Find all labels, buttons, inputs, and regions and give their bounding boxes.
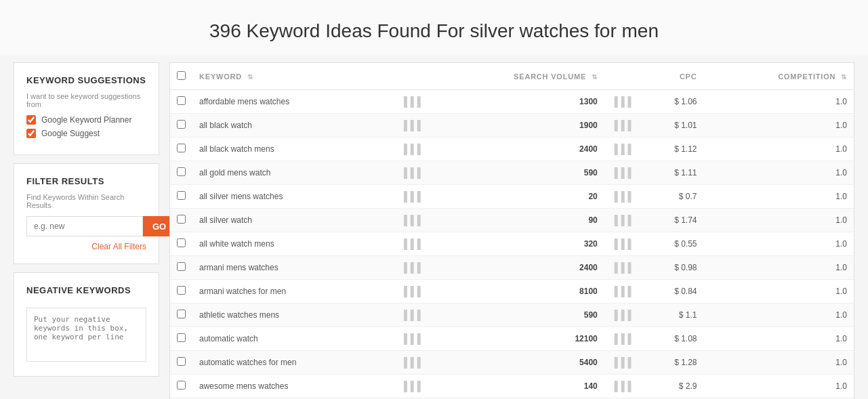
competition-cell: 1.0 — [704, 351, 854, 375]
volume-chart-cell: ▐▐▐ — [394, 185, 428, 209]
cpc-bar-icon: ▐▐▐ — [611, 238, 632, 249]
cpc-chart-cell: ▐▐▐ — [604, 114, 638, 138]
filter-input-row: GO — [26, 216, 146, 236]
table-row: all black watch mens ▐▐▐ 2400 ▐▐▐ $ 1.12… — [170, 138, 854, 161]
row-checkbox-cell — [170, 351, 192, 375]
competition-cell: 1.0 — [704, 185, 854, 209]
volume-bar-icon: ▐▐▐ — [400, 381, 421, 392]
google-suggest-checkbox[interactable] — [26, 129, 36, 138]
negative-keywords-section: NEGATIVE KEYWORDS — [14, 272, 159, 377]
cpc-cell: $ 1.1 — [638, 303, 704, 327]
keyword-sort-icon: ⇅ — [247, 73, 253, 81]
negative-keywords-textarea[interactable] — [26, 308, 146, 362]
cpc-bar-icon: ▐▐▐ — [611, 310, 632, 320]
row-checkbox-cell — [170, 256, 192, 280]
row-checkbox[interactable] — [177, 120, 186, 129]
competition-cell: 1.0 — [704, 209, 854, 232]
filter-input[interactable] — [26, 216, 143, 236]
row-checkbox[interactable] — [177, 381, 186, 390]
cpc-chart-cell: ▐▐▐ — [604, 209, 638, 232]
keyword-cell: automatic watch — [192, 327, 394, 351]
cpc-chart-cell: ▐▐▐ — [604, 280, 638, 303]
select-all-checkbox[interactable] — [177, 71, 186, 80]
volume-chart-cell: ▐▐▐ — [394, 138, 428, 161]
volume-chart-header-col — [394, 63, 428, 90]
row-checkbox[interactable] — [177, 238, 186, 247]
volume-chart-cell: ▐▐▐ — [394, 161, 428, 185]
volume-cell: 5400 — [428, 351, 604, 375]
row-checkbox[interactable] — [177, 333, 186, 342]
volume-bar-icon: ▐▐▐ — [400, 310, 421, 320]
search-volume-header[interactable]: SEARCH VOLUME ⇅ — [428, 63, 604, 90]
volume-cell: 140 — [428, 375, 604, 398]
row-checkbox[interactable] — [177, 191, 186, 200]
table-row: all black watch ▐▐▐ 1900 ▐▐▐ $ 1.01 1.0 — [170, 114, 854, 138]
volume-bar-icon: ▐▐▐ — [400, 215, 421, 226]
cpc-cell: $ 0.98 — [638, 256, 704, 280]
row-checkbox-cell — [170, 232, 192, 256]
row-checkbox[interactable] — [177, 286, 186, 295]
cpc-bar-icon: ▐▐▐ — [611, 144, 632, 154]
competition-cell: 1.0 — [704, 232, 854, 256]
row-checkbox-cell — [170, 90, 192, 114]
cpc-bar-icon: ▐▐▐ — [611, 286, 632, 297]
competition-cell: 1.0 — [704, 114, 854, 138]
google-planner-checkbox-label[interactable]: Google Keyword Planner — [26, 115, 146, 125]
volume-bar-icon: ▐▐▐ — [400, 167, 421, 178]
row-checkbox[interactable] — [177, 215, 186, 224]
volume-cell: 1300 — [428, 90, 604, 114]
volume-cell: 90 — [428, 209, 604, 232]
keyword-cell: armani mens watches — [192, 256, 394, 280]
table-header-row: KEYWORD ⇅ SEARCH VOLUME ⇅ CPC COMPETITIO… — [170, 63, 854, 90]
competition-cell: 1.0 — [704, 280, 854, 303]
clear-filters-link[interactable]: Clear All Filters — [26, 242, 146, 251]
table-row: all silver mens watches ▐▐▐ 20 ▐▐▐ $ 0.7… — [170, 185, 854, 209]
volume-chart-cell: ▐▐▐ — [394, 256, 428, 280]
cpc-chart-header-col — [604, 63, 638, 90]
competition-sort-icon: ⇅ — [841, 73, 847, 81]
volume-cell: 2400 — [428, 256, 604, 280]
google-suggest-checkbox-label[interactable]: Google Suggest — [26, 129, 146, 138]
table-row: automatic watch ▐▐▐ 12100 ▐▐▐ $ 1.08 1.0 — [170, 327, 854, 351]
table-row: armani watches for men ▐▐▐ 8100 ▐▐▐ $ 0.… — [170, 280, 854, 303]
keyword-cell: all white watch mens — [192, 232, 394, 256]
volume-chart-cell: ▐▐▐ — [394, 303, 428, 327]
keyword-cell: all silver mens watches — [192, 185, 394, 209]
row-checkbox[interactable] — [177, 144, 186, 152]
keyword-cell: athletic watches mens — [192, 303, 394, 327]
cpc-bar-icon: ▐▐▐ — [611, 191, 632, 202]
keyword-cell: awesome mens watches — [192, 375, 394, 398]
row-checkbox[interactable] — [177, 357, 186, 366]
cpc-cell: $ 1.01 — [638, 114, 704, 138]
keyword-header[interactable]: KEYWORD ⇅ — [192, 63, 394, 90]
suggestions-desc: I want to see keyword suggestions from — [26, 92, 146, 108]
main-container: KEYWORD SUGGESTIONS I want to see keywor… — [0, 56, 868, 399]
keyword-cell: automatic watches for men — [192, 351, 394, 375]
google-planner-label: Google Keyword Planner — [41, 115, 131, 125]
cpc-chart-cell: ▐▐▐ — [604, 161, 638, 185]
table-row: armani mens watches ▐▐▐ 2400 ▐▐▐ $ 0.98 … — [170, 256, 854, 280]
google-planner-checkbox[interactable] — [26, 115, 36, 125]
cpc-chart-cell: ▐▐▐ — [604, 256, 638, 280]
cpc-bar-icon: ▐▐▐ — [611, 120, 632, 131]
competition-header[interactable]: COMPETITION ⇅ — [704, 63, 854, 90]
row-checkbox[interactable] — [177, 262, 186, 271]
google-suggest-label: Google Suggest — [41, 129, 100, 138]
cpc-cell: $ 1.06 — [638, 90, 704, 114]
keyword-cell: armani watches for men — [192, 280, 394, 303]
row-checkbox-cell — [170, 114, 192, 138]
row-checkbox[interactable] — [177, 167, 186, 176]
row-checkbox[interactable] — [177, 310, 186, 318]
volume-bar-icon: ▐▐▐ — [400, 120, 421, 131]
suggestions-title: KEYWORD SUGGESTIONS — [26, 75, 146, 85]
row-checkbox[interactable] — [177, 96, 186, 105]
cpc-bar-icon: ▐▐▐ — [611, 333, 632, 344]
volume-bar-icon: ▐▐▐ — [400, 357, 421, 368]
cpc-header[interactable]: CPC — [638, 63, 704, 90]
competition-cell: 1.0 — [704, 375, 854, 398]
volume-bar-icon: ▐▐▐ — [400, 191, 421, 202]
volume-bar-icon: ▐▐▐ — [400, 144, 421, 154]
cpc-chart-cell: ▐▐▐ — [604, 327, 638, 351]
keyword-cell: affordable mens watches — [192, 90, 394, 114]
volume-cell: 590 — [428, 303, 604, 327]
